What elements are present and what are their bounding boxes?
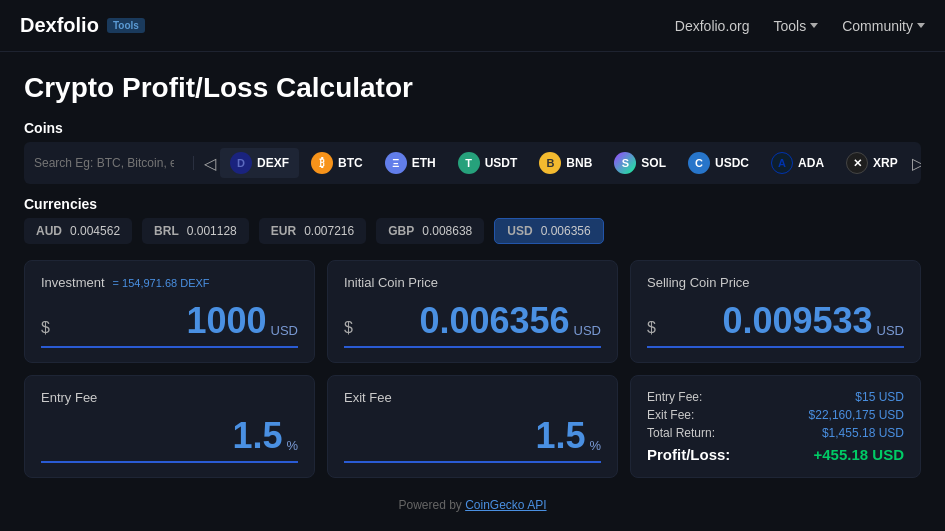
currency-value-eur: 0.007216 <box>304 224 354 238</box>
coin-icon-eth: Ξ <box>385 152 407 174</box>
currency-value-gbp: 0.008638 <box>422 224 472 238</box>
coin-icon-dexf: D <box>230 152 252 174</box>
investment-title: Investment = 154,971.68 DEXF <box>41 275 298 290</box>
investment-value[interactable]: 1000 <box>54 300 267 342</box>
currency-value-usd: 0.006356 <box>541 224 591 238</box>
coins-arrow-left[interactable]: ◁ <box>200 154 220 173</box>
selling-price-input-row: $ 0.009533 USD <box>647 300 904 348</box>
currency-value-brl: 0.001128 <box>187 224 237 238</box>
coin-item-xrp[interactable]: ✕ XRP <box>836 148 908 178</box>
coins-arrow-right[interactable]: ▷ <box>908 154 921 173</box>
tools-chevron-icon <box>810 23 818 28</box>
coin-item-bnb[interactable]: B BNB <box>529 148 602 178</box>
investment-unit: USD <box>271 323 298 338</box>
footer: Powered by CoinGecko API <box>24 486 921 524</box>
nav-dexfolio-org[interactable]: Dexfolio.org <box>675 18 750 34</box>
coin-label-ada: ADA <box>798 156 824 170</box>
currency-code-aud: AUD <box>36 224 62 238</box>
entry-fee-input-row: 1.5 % <box>41 415 298 463</box>
coin-label-bnb: BNB <box>566 156 592 170</box>
profit-loss-row: Profit/Loss: +455.18 USD <box>647 446 904 463</box>
currencies-row: AUD 0.004562 BRL 0.001128 EUR 0.007216 G… <box>24 218 921 244</box>
coin-item-dexf[interactable]: D DEXF <box>220 148 299 178</box>
coingecko-link[interactable]: CoinGecko API <box>465 498 546 512</box>
exit-fee-result-row: Exit Fee: $22,160,175 USD <box>647 408 904 422</box>
exit-fee-result-label: Exit Fee: <box>647 408 694 422</box>
entry-fee-card: Entry Fee 1.5 % <box>24 375 315 478</box>
entry-fee-result-label: Entry Fee: <box>647 390 702 404</box>
currency-code-gbp: GBP <box>388 224 414 238</box>
initial-price-title: Initial Coin Price <box>344 275 601 290</box>
page-title: Crypto Profit/Loss Calculator <box>24 72 921 104</box>
coin-label-dexf: DEXF <box>257 156 289 170</box>
coin-icon-ada: A <box>771 152 793 174</box>
coin-item-usdt[interactable]: T USDT <box>448 148 528 178</box>
initial-price-value[interactable]: 0.006356 <box>357 300 570 342</box>
total-return-result-value: $1,455.18 USD <box>822 426 904 440</box>
tools-badge: Tools <box>107 18 145 33</box>
coin-label-xrp: XRP <box>873 156 898 170</box>
entry-fee-title: Entry Fee <box>41 390 298 405</box>
coin-icon-btc: ₿ <box>311 152 333 174</box>
coin-label-btc: BTC <box>338 156 363 170</box>
currencies-label: Currencies <box>24 196 921 212</box>
currency-pill-gbp[interactable]: GBP 0.008638 <box>376 218 484 244</box>
exit-fee-unit: % <box>589 438 601 453</box>
initial-price-input-row: $ 0.006356 USD <box>344 300 601 348</box>
initial-price-card: Initial Coin Price $ 0.006356 USD <box>327 260 618 363</box>
entry-fee-result-value: $15 USD <box>855 390 904 404</box>
coin-icon-bnb: B <box>539 152 561 174</box>
nav-community[interactable]: Community <box>842 18 925 34</box>
coin-search-wrapper <box>34 156 194 170</box>
selling-price-currency-symbol: $ <box>647 319 656 337</box>
exit-fee-title: Exit Fee <box>344 390 601 405</box>
exit-fee-value[interactable]: 1.5 <box>344 415 585 457</box>
entry-fee-unit: % <box>286 438 298 453</box>
currency-pill-brl[interactable]: BRL 0.001128 <box>142 218 249 244</box>
selling-price-unit: USD <box>877 323 904 338</box>
coin-icon-usdc: C <box>688 152 710 174</box>
coin-icon-sol: S <box>614 152 636 174</box>
currency-code-eur: EUR <box>271 224 296 238</box>
investment-currency-symbol: $ <box>41 319 50 337</box>
coin-item-sol[interactable]: S SOL <box>604 148 676 178</box>
selling-price-card: Selling Coin Price $ 0.009533 USD <box>630 260 921 363</box>
coin-item-ada[interactable]: A ADA <box>761 148 834 178</box>
currency-pill-usd[interactable]: USD 0.006356 <box>494 218 603 244</box>
profit-loss-label: Profit/Loss: <box>647 446 730 463</box>
coin-label-usdt: USDT <box>485 156 518 170</box>
nav-tools[interactable]: Tools <box>774 18 819 34</box>
coin-item-eth[interactable]: Ξ ETH <box>375 148 446 178</box>
investment-subtitle: = 154,971.68 DEXF <box>113 277 210 289</box>
initial-price-currency-symbol: $ <box>344 319 353 337</box>
coin-item-usdc[interactable]: C USDC <box>678 148 759 178</box>
coins-row: ◁ D DEXF ₿ BTC Ξ ETH T USDT B BNB S SOL … <box>24 142 921 184</box>
currency-pill-eur[interactable]: EUR 0.007216 <box>259 218 366 244</box>
entry-fee-value[interactable]: 1.5 <box>41 415 282 457</box>
currency-value-aud: 0.004562 <box>70 224 120 238</box>
results-card: Entry Fee: $15 USD Exit Fee: $22,160,175… <box>630 375 921 478</box>
total-return-result-label: Total Return: <box>647 426 715 440</box>
coins-list: D DEXF ₿ BTC Ξ ETH T USDT B BNB S SOL C … <box>220 148 908 178</box>
coin-item-btc[interactable]: ₿ BTC <box>301 148 373 178</box>
currency-code-usd: USD <box>507 224 532 238</box>
navbar-left: Dexfolio Tools <box>20 14 145 37</box>
navbar-right: Dexfolio.org Tools Community <box>675 18 925 34</box>
calc-grid-bottom: Entry Fee 1.5 % Exit Fee 1.5 % Entry Fee… <box>24 375 921 478</box>
coin-search-input[interactable] <box>34 156 174 170</box>
logo: Dexfolio <box>20 14 99 37</box>
investment-input-row: $ 1000 USD <box>41 300 298 348</box>
exit-fee-input-row: 1.5 % <box>344 415 601 463</box>
coin-icon-usdt: T <box>458 152 480 174</box>
calc-grid-top: Investment = 154,971.68 DEXF $ 1000 USD … <box>24 260 921 363</box>
initial-price-unit: USD <box>574 323 601 338</box>
selling-price-title: Selling Coin Price <box>647 275 904 290</box>
community-chevron-icon <box>917 23 925 28</box>
entry-fee-result-row: Entry Fee: $15 USD <box>647 390 904 404</box>
selling-price-value[interactable]: 0.009533 <box>660 300 873 342</box>
navbar: Dexfolio Tools Dexfolio.org Tools Commun… <box>0 0 945 52</box>
coin-label-eth: ETH <box>412 156 436 170</box>
coin-label-sol: SOL <box>641 156 666 170</box>
currency-pill-aud[interactable]: AUD 0.004562 <box>24 218 132 244</box>
footer-text: Powered by <box>398 498 465 512</box>
